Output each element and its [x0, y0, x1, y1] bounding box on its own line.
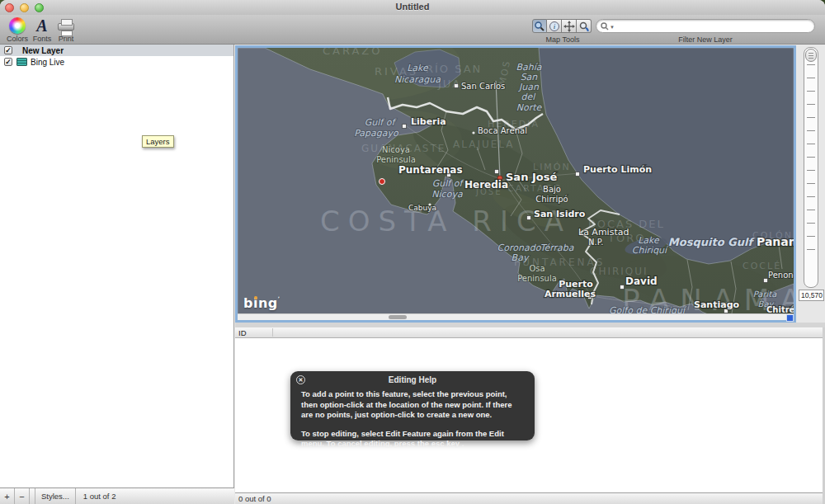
- column-header-id[interactable]: ID: [238, 328, 247, 337]
- city-marker: [764, 279, 768, 283]
- attribute-table-header: ID: [235, 327, 825, 338]
- map-label: Gulf of: [365, 117, 398, 128]
- colors-label: Colors: [7, 35, 28, 43]
- editing-help-body: To add a point to this feature, select t…: [290, 384, 535, 450]
- map-label: Parita: [753, 290, 778, 299]
- window-title: Untitled: [0, 2, 825, 12]
- search-dropdown-icon[interactable]: ▼: [610, 25, 615, 30]
- editing-help-title: Editing Help: [290, 371, 535, 384]
- column-divider[interactable]: [272, 328, 273, 337]
- toolbar: Colors A Fonts Print i: [0, 15, 825, 45]
- close-icon[interactable]: ✕: [296, 375, 305, 384]
- map-label: San José: [506, 171, 557, 183]
- town-marker: [472, 131, 474, 134]
- city-marker: [403, 125, 407, 129]
- map-focus-corner-handle: [786, 314, 794, 322]
- record-count-status: 0 out of 0: [235, 492, 825, 504]
- bing-live-thumbnail-icon: [16, 58, 27, 66]
- layer-label: Bing Live: [31, 58, 64, 67]
- info-tool-button[interactable]: i: [547, 19, 562, 33]
- layers-tooltip: Layers: [142, 135, 174, 148]
- magnifier-icon: [534, 21, 545, 32]
- layer-visibility-checkbox[interactable]: ✓: [4, 46, 12, 54]
- layer-row-new-layer[interactable]: ✓ New Layer: [0, 45, 233, 56]
- map-label: N.P.: [588, 238, 603, 247]
- map-view[interactable]: CARAZORIVASRÍO SANJUAMOSHEREDIAALAJUELAG…: [235, 45, 796, 323]
- map-label: Penonomé: [768, 271, 794, 280]
- sidebar-footer: + − Styles... 1 out of 2: [0, 488, 234, 504]
- map-label: Nicaragua: [394, 74, 441, 85]
- editing-help-paragraph: To stop editing, select Edit Feature aga…: [301, 429, 524, 450]
- bing-map[interactable]: CARAZORIVASRÍO SANJUAMOSHEREDIAALAJUELAG…: [238, 48, 794, 313]
- map-label: Térraba: [540, 243, 574, 253]
- map-label: Liberia: [411, 116, 446, 127]
- map-label: Lake: [407, 63, 429, 73]
- map-label: JUA: [437, 78, 461, 90]
- map-label: David: [625, 276, 658, 287]
- remove-layer-button[interactable]: −: [15, 488, 30, 504]
- map-label: San Isidro: [534, 209, 586, 219]
- styles-button[interactable]: Styles...: [35, 488, 76, 504]
- print-button[interactable]: Print: [54, 16, 78, 43]
- map-label: Puerto Limón: [583, 164, 652, 175]
- filter-label: Filter New Layer: [596, 35, 815, 44]
- scale-slider-ticks: [807, 64, 815, 256]
- scale-value: 10,570: [799, 290, 824, 301]
- layer-count: 1 out of 2: [76, 488, 116, 504]
- map-scrollbar-thumb[interactable]: [389, 315, 407, 319]
- scale-slider[interactable]: [804, 47, 818, 288]
- map-label: Armuelles: [544, 289, 596, 299]
- map-label: Panamá: [757, 235, 794, 248]
- magnifier-select-icon: [578, 21, 590, 32]
- map-horizontal-scrollbar[interactable]: [238, 313, 794, 320]
- fonts-button[interactable]: A Fonts: [31, 16, 53, 43]
- layers-sidebar: ✓ New Layer ✓ Bing Live Layers + − Style…: [0, 45, 234, 504]
- layer-visibility-checkbox[interactable]: ✓: [4, 58, 12, 66]
- map-label: Boca Arenal: [478, 126, 527, 135]
- map-label: RÍO SAN: [426, 63, 482, 75]
- city-marker: [495, 170, 499, 174]
- attribute-table-panel: ID ✕ Editing Help To add a point to this…: [235, 327, 825, 504]
- map-label: Chirripó: [535, 195, 568, 204]
- map-label: Bajo: [543, 185, 561, 194]
- feature-point-marker[interactable]: [380, 179, 385, 185]
- map-label: CARAZO: [323, 48, 383, 57]
- scale-slider-thumb[interactable]: [805, 49, 817, 62]
- editing-help-popover: ✕ Editing Help To add a point to this fe…: [290, 371, 535, 440]
- fonts-icon: A: [36, 16, 47, 35]
- map-label: Golfo de Chiriquí: [609, 305, 687, 313]
- pan-tool-button[interactable]: [562, 19, 577, 33]
- map-label: Osa: [529, 264, 544, 273]
- map-label: Norte: [516, 102, 543, 113]
- map-label: Peninsula: [517, 274, 557, 283]
- colors-icon: [9, 17, 26, 34]
- move-arrows-icon: [563, 21, 575, 32]
- map-label: San Carlos: [461, 82, 505, 91]
- filter-search-input[interactable]: [617, 21, 807, 31]
- title-bar: Untitled: [0, 0, 825, 15]
- zoom-tool-button[interactable]: [532, 19, 547, 33]
- app-window: Untitled Colors A Fonts Print: [0, 0, 825, 504]
- colors-button[interactable]: Colors: [5, 16, 30, 43]
- filter-search-field[interactable]: ▼: [596, 19, 815, 33]
- layer-label: New Layer: [22, 46, 64, 55]
- map-label: Santiago: [694, 299, 740, 310]
- add-layer-button[interactable]: +: [0, 488, 15, 504]
- map-label: Chitré: [766, 305, 794, 313]
- print-icon: [58, 23, 74, 31]
- city-marker: [576, 172, 580, 177]
- layer-row-bing-live[interactable]: ✓ Bing Live: [0, 56, 233, 68]
- scale-panel: 10,570: [798, 45, 825, 323]
- editing-help-paragraph: To add a point to this feature, select t…: [301, 389, 524, 421]
- map-label: Gulf of: [432, 178, 465, 189]
- map-label: Nicoya: [431, 189, 463, 200]
- map-label: Papagayo: [354, 128, 399, 139]
- map-label: Peninsula: [376, 155, 416, 164]
- zoom-selection-tool-button[interactable]: [577, 19, 592, 33]
- map-label: La Amistad: [578, 227, 629, 238]
- map-tools-segmented-control: i: [532, 19, 592, 33]
- bing-logo: bing’: [243, 295, 280, 311]
- map-label: Puntarenas: [398, 164, 463, 176]
- fonts-label: Fonts: [33, 35, 52, 43]
- map-label: Nicoya: [382, 145, 410, 154]
